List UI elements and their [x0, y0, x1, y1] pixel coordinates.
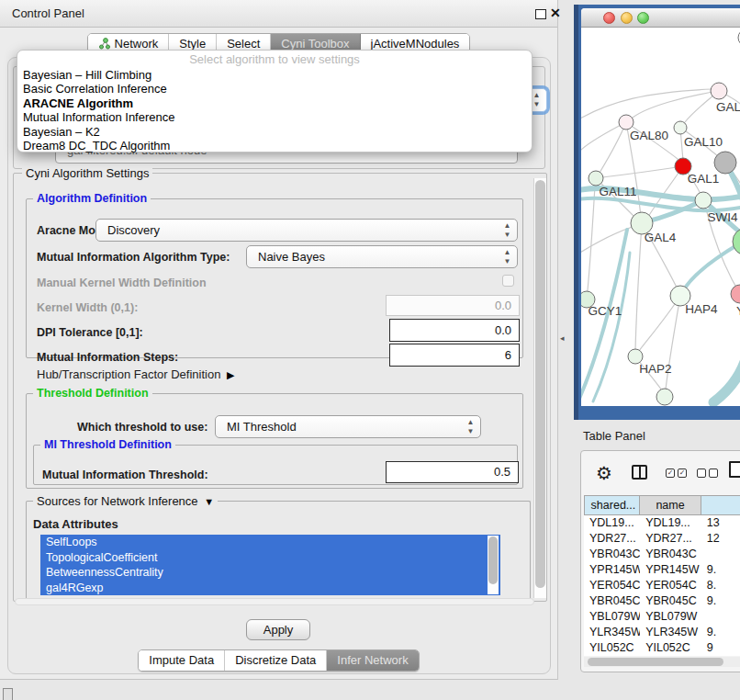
table-cell[interactable]: YDL19... [584, 515, 640, 531]
gear-icon[interactable]: ⚙ [596, 462, 612, 484]
close-traffic-light-icon[interactable] [603, 12, 615, 24]
hub-definition-toggle[interactable]: Hub/Transcription Factor Definition ▶ [37, 367, 235, 381]
control-panel: Control Panel ✕ NetworkStyleSelectCyni T… [0, 0, 558, 680]
table-cell[interactable]: YLR345W [640, 625, 701, 640]
settings-scrollbar[interactable] [533, 178, 546, 598]
table-row[interactable]: YLR345WYLR345W9. [584, 625, 740, 640]
column-header[interactable] [701, 495, 740, 515]
column-header[interactable]: name [640, 495, 701, 515]
table-cell[interactable]: YBR043C [640, 547, 701, 562]
table-row[interactable]: YIL052CYIL052C9 [584, 640, 740, 656]
apply-button[interactable]: Apply [246, 619, 310, 640]
algorithm-option[interactable]: Mutual Information Inference [17, 110, 532, 124]
network-node[interactable] [714, 152, 736, 174]
bottom-tab-discretize-data[interactable]: Discretize Data [225, 650, 327, 671]
data-attribute-item[interactable]: SelfLoops [40, 535, 500, 550]
table-cell[interactable]: YER054C [584, 578, 640, 593]
algorithm-option[interactable]: Bayesian – Hill Climbing [17, 68, 532, 82]
sources-toggle[interactable]: Sources for Network Inference ▼ [33, 494, 218, 508]
table-cell[interactable]: YDR27... [584, 531, 640, 547]
table-row[interactable]: YDR27...YDR27...12 [584, 531, 740, 547]
table-cell[interactable]: 9. [701, 562, 740, 578]
table-cell[interactable]: YER054C [640, 578, 701, 593]
minimized-panel-icon[interactable] [3, 688, 13, 700]
mi-algorithm-type-label: Mutual Information Algorithm Type: [37, 251, 230, 264]
node-label: GAL80 [630, 129, 668, 142]
table-cell[interactable]: 9 [701, 640, 740, 656]
data-attribute-item[interactable]: TopologicalCoefficient [40, 550, 500, 566]
mi-steps-label: Mutual Information Steps: [37, 351, 178, 364]
network-edge [633, 91, 719, 118]
table-row[interactable]: YBR045CYBR045C9. [584, 593, 740, 609]
table-cell[interactable]: YIL052C [640, 640, 701, 656]
mi-algorithm-type-combobox[interactable]: Naive Bayes ▲▼ [246, 245, 518, 268]
aracne-mode-combobox[interactable]: Discovery ▲▼ [95, 219, 518, 242]
bottom-tab-bar: Impute DataDiscretize DataInfer Network [0, 649, 557, 672]
network-node[interactable] [589, 171, 603, 186]
table-row[interactable]: YPR145WYPR145W9. [584, 562, 740, 578]
algorithm-option[interactable]: ARACNE Algorithm [17, 96, 532, 110]
kernel-width-field[interactable]: 0.0 [386, 295, 520, 316]
network-canvas[interactable]: GALGAL80GAL10GAL1GAL11SWI4GAL4GCY1HAP4YH… [581, 28, 740, 406]
table-cell[interactable]: YPR145W [584, 562, 640, 578]
table-row[interactable]: YBL079WYBL079W [584, 609, 740, 625]
table-cell[interactable] [701, 547, 740, 562]
table-cell[interactable]: YLR345W [584, 625, 640, 640]
settings-group-title: Cyni Algorithm Settings [22, 166, 152, 180]
mi-threshold-field[interactable]: 0.5 [386, 461, 519, 483]
data-attribute-item[interactable]: gal4RGexp [40, 581, 500, 596]
table-cell[interactable] [701, 609, 740, 625]
data-attribute-item[interactable]: BetweennessCentrality [40, 565, 500, 581]
table-row[interactable]: YDL19...YDL19...13 [584, 515, 740, 531]
attributes-scrollbar[interactable] [488, 536, 499, 594]
algorithm-option[interactable]: Bayesian – K2 [17, 125, 532, 139]
float-window-icon[interactable] [535, 9, 546, 19]
network-node[interactable] [733, 228, 740, 255]
network-node[interactable] [695, 192, 712, 209]
table-cell[interactable]: YBR045C [640, 593, 701, 609]
table-horizontal-scrollbar[interactable] [584, 657, 740, 667]
table-cell[interactable]: YBL079W [584, 609, 640, 625]
column-header[interactable]: shared... [584, 495, 640, 515]
table-cell[interactable]: 9. [701, 625, 740, 640]
algorithm-option[interactable]: Basic Correlation Inference [17, 82, 532, 96]
network-node[interactable] [731, 285, 740, 303]
deselect-all-icon[interactable] [697, 469, 718, 478]
table-cell[interactable]: YBR045C [584, 593, 640, 609]
dpi-tolerance-field[interactable]: 0.0 [389, 319, 520, 342]
network-node[interactable] [674, 121, 687, 134]
mi-steps-field[interactable]: 6 [389, 344, 520, 367]
network-node[interactable] [711, 83, 727, 99]
minimize-traffic-light-icon[interactable] [621, 12, 633, 24]
node-label: GAL1 [688, 172, 720, 186]
columns-icon[interactable] [632, 465, 647, 480]
data-attributes-label: Data Attributes [33, 517, 118, 531]
table-cell[interactable]: YIL052C [584, 640, 640, 656]
combo-arrows-icon: ▲▼ [502, 248, 512, 266]
network-node[interactable] [656, 389, 673, 405]
table-cell[interactable]: YBR043C [584, 547, 640, 562]
table-cell[interactable]: YBL079W [640, 609, 701, 625]
table-cell[interactable]: 13 [701, 515, 740, 531]
table-cell[interactable]: 9. [701, 593, 740, 609]
horizontal-scrollbar[interactable] [15, 598, 534, 605]
manual-kernel-width-checkbox[interactable] [502, 275, 514, 287]
table-cell[interactable]: YDL19... [640, 515, 701, 531]
which-threshold-combobox[interactable]: MI Threshold ▲▼ [215, 415, 481, 438]
table-cell[interactable]: YDR27... [640, 531, 701, 547]
table-row[interactable]: YER054CYER054C8. [584, 578, 740, 593]
divider-handle-icon[interactable]: ◂ [560, 333, 565, 343]
table-cell[interactable]: 12 [701, 531, 740, 547]
select-all-icon[interactable]: ✓✓ [666, 469, 687, 478]
close-icon[interactable]: ✕ [550, 6, 561, 20]
table-row[interactable]: YBR043CYBR043C [584, 547, 740, 562]
zoom-traffic-light-icon[interactable] [637, 12, 649, 24]
threshold-definition-title: Threshold Definition [33, 387, 152, 400]
network-node[interactable] [619, 115, 633, 130]
bottom-tab-infer-network[interactable]: Infer Network [327, 650, 418, 671]
table-cell[interactable]: 8. [701, 578, 740, 593]
algorithm-option[interactable]: Dream8 DC_TDC Algorithm [17, 139, 532, 152]
export-table-icon[interactable] [729, 461, 740, 478]
bottom-tab-impute-data[interactable]: Impute Data [139, 650, 225, 671]
table-cell[interactable]: YPR145W [640, 562, 701, 578]
